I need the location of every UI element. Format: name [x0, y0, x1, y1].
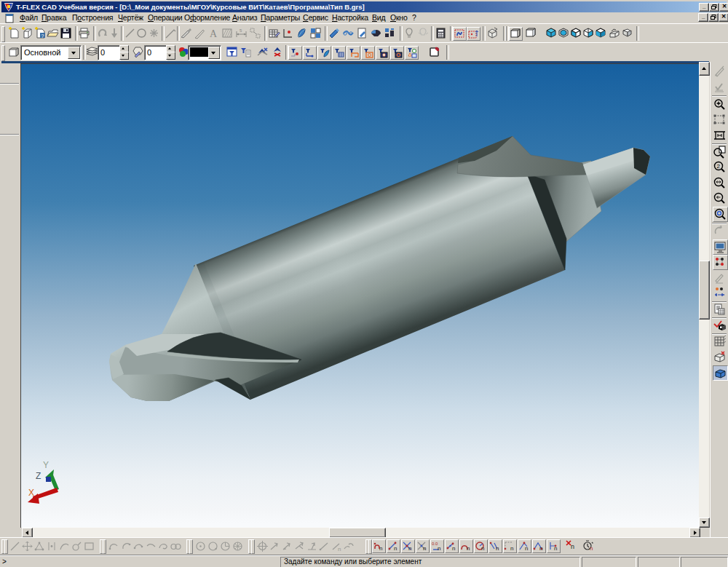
svg-text:n: n [408, 545, 411, 552]
svg-text:n: n [554, 545, 557, 552]
svg-text:n: n [481, 545, 484, 552]
svg-text:5: 5 [240, 28, 242, 33]
svg-text:n: n [423, 545, 426, 552]
svg-text:n: n [571, 543, 574, 550]
svg-text:Y: Y [43, 460, 49, 470]
svg-text:n: n [467, 545, 470, 552]
svg-text:n: n [394, 545, 397, 552]
svg-text:n: n [510, 545, 513, 552]
svg-text:n: n [452, 545, 455, 552]
svg-text:n: n [379, 545, 382, 552]
svg-text:Z: Z [36, 471, 41, 481]
svg-text:n: n [539, 545, 542, 552]
svg-text:n: n [525, 545, 528, 552]
svg-text:?: ? [41, 33, 44, 39]
svg-text:A: A [210, 28, 218, 39]
svg-text:n: n [338, 546, 341, 552]
svg-text:X: X [28, 488, 34, 498]
svg-text:n: n [438, 545, 440, 552]
svg-text:n: n [590, 545, 593, 552]
svg-text:n: n [496, 545, 499, 552]
svg-text:2: 2 [717, 163, 721, 170]
